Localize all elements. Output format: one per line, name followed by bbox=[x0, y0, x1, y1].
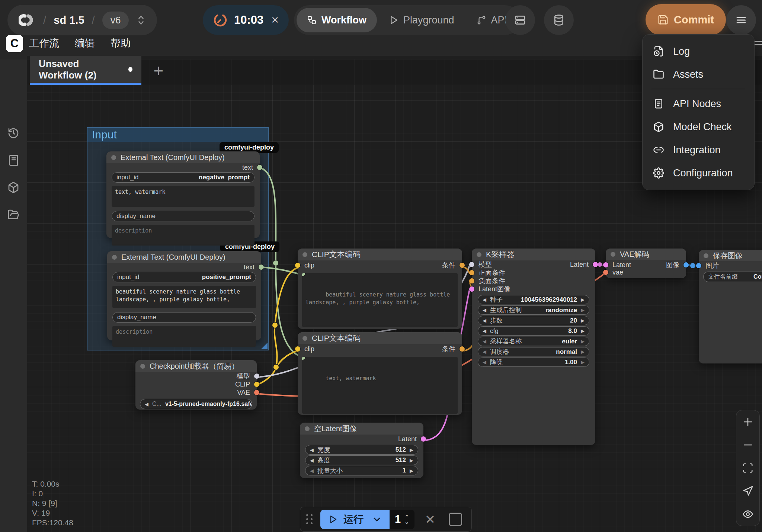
collapse-dot[interactable] bbox=[302, 336, 307, 341]
zoom-in-icon[interactable] bbox=[742, 416, 753, 427]
next-arrow-icon[interactable]: ▶ bbox=[410, 458, 413, 463]
model-library-icon[interactable] bbox=[7, 182, 19, 193]
timer-close-icon[interactable]: ✕ bbox=[271, 15, 279, 26]
output-slot-latent[interactable] bbox=[421, 436, 426, 442]
pan-mode-icon[interactable] bbox=[742, 485, 753, 497]
zoom-out-icon[interactable] bbox=[742, 439, 753, 451]
node-external-text-positive[interactable]: External Text (ComfyUI Deploy) text inpu… bbox=[107, 251, 261, 340]
widget-batch-size[interactable]: ◀批量大小1▶ bbox=[305, 466, 418, 475]
run-count-stepper[interactable]: 1 ⌃⌃ bbox=[390, 510, 414, 529]
prev-arrow-icon[interactable]: ◀ bbox=[310, 458, 314, 463]
comfyui-logo[interactable]: C bbox=[6, 35, 23, 52]
text-field[interactable]: beautiful scenery nature glass bottle la… bbox=[112, 286, 256, 308]
version-select-icon[interactable] bbox=[136, 15, 146, 26]
collapse-dot[interactable] bbox=[704, 253, 708, 258]
chevron-down-icon[interactable] bbox=[372, 515, 381, 524]
text-anchor-dot[interactable] bbox=[302, 273, 305, 276]
input-slot-clip[interactable] bbox=[295, 263, 300, 268]
next-arrow-icon[interactable]: ▶ bbox=[581, 349, 585, 355]
menu-item-integration[interactable]: Integration bbox=[643, 138, 754, 161]
prev-arrow-icon[interactable]: ◀ bbox=[483, 297, 486, 302]
input-slot-latent-image[interactable] bbox=[469, 286, 474, 292]
workflows-folder-icon[interactable] bbox=[7, 209, 19, 221]
prev-arrow-icon[interactable]: ◀ bbox=[145, 401, 148, 407]
node-vae-decode[interactable]: VAE解码 Latent 图像 vae bbox=[606, 249, 686, 278]
output-slot-text[interactable] bbox=[259, 265, 264, 270]
prompt-text-field[interactable]: beautiful scenery nature glass bottle la… bbox=[302, 273, 458, 327]
visibility-icon[interactable] bbox=[742, 509, 753, 520]
prev-arrow-icon[interactable]: ◀ bbox=[483, 328, 486, 334]
node-clip-encode-negative[interactable]: CLIP文本编码 clip 条件 text, watermark bbox=[298, 332, 462, 415]
prev-arrow-icon[interactable]: ◀ bbox=[483, 349, 486, 355]
next-arrow-icon[interactable]: ▶ bbox=[410, 468, 413, 474]
widget-display-name[interactable]: display_name bbox=[112, 211, 254, 221]
commit-button[interactable]: Commit bbox=[646, 4, 726, 35]
node-empty-latent[interactable]: 空Latent图像 Latent ◀宽度512▶ ◀高度512▶ ◀批量大小1▶ bbox=[300, 423, 423, 478]
collapse-dot[interactable] bbox=[112, 255, 117, 260]
output-slot-model[interactable] bbox=[254, 374, 259, 379]
drag-handle[interactable] bbox=[306, 514, 313, 524]
tab-playground[interactable]: Playground bbox=[378, 8, 465, 32]
tab-workflow[interactable]: Workflow bbox=[297, 8, 377, 32]
widget-scheduler[interactable]: ◀调度器normal▶ bbox=[478, 347, 589, 356]
widget-display-name[interactable]: display_name bbox=[112, 312, 256, 323]
input-slot-latent[interactable] bbox=[603, 262, 608, 267]
menu-workflow[interactable]: 工作流 bbox=[29, 36, 59, 50]
node-external-text-negative[interactable]: External Text (ComfyUI Deploy) text inpu… bbox=[106, 151, 260, 238]
collapse-dot[interactable] bbox=[140, 364, 145, 369]
text-anchor-dot[interactable] bbox=[302, 357, 305, 360]
next-arrow-icon[interactable]: ▶ bbox=[581, 339, 585, 344]
prev-arrow-icon[interactable]: ◀ bbox=[310, 468, 314, 474]
input-slot-positive[interactable] bbox=[469, 270, 474, 275]
input-slot-vae[interactable] bbox=[603, 270, 608, 275]
new-workflow-tab-button[interactable]: + bbox=[148, 60, 169, 81]
node-clip-encode-positive[interactable]: CLIP文本编码 clip 条件 beautiful scenery natur… bbox=[298, 249, 462, 329]
clear-queue-button[interactable]: ✕ bbox=[425, 512, 436, 527]
input-slot-images[interactable] bbox=[696, 263, 701, 268]
output-slot-vae[interactable] bbox=[254, 390, 259, 395]
text-field[interactable]: text, watermark bbox=[112, 186, 254, 207]
widget-cfg[interactable]: ◀cfg8.0▶ bbox=[478, 326, 589, 336]
next-arrow-icon[interactable]: ▶ bbox=[581, 318, 585, 323]
prompt-text-field[interactable]: text, watermark bbox=[302, 357, 458, 414]
collapse-dot[interactable] bbox=[611, 252, 615, 257]
next-arrow-icon[interactable]: ▶ bbox=[581, 307, 585, 313]
menu-edit[interactable]: 编辑 bbox=[75, 36, 95, 50]
output-slot-clip[interactable] bbox=[254, 382, 259, 387]
prev-arrow-icon[interactable]: ◀ bbox=[483, 318, 486, 323]
widget-seed[interactable]: ◀种子1004563962940012▶ bbox=[478, 295, 589, 304]
session-timer-chip[interactable]: 10:03 ✕ bbox=[203, 5, 289, 35]
node-library-icon[interactable] bbox=[7, 154, 19, 166]
version-badge[interactable]: v6 bbox=[102, 12, 129, 29]
fit-view-icon[interactable] bbox=[742, 462, 753, 474]
node-save-image[interactable]: 保存图像 图片 文件名前缀 Comf bbox=[699, 250, 762, 363]
output-slot-conditioning[interactable] bbox=[460, 346, 465, 352]
collapse-dot[interactable] bbox=[305, 426, 310, 431]
output-slot-image[interactable] bbox=[683, 262, 689, 267]
widget-control-after-generate[interactable]: ◀生成后控制randomize▶ bbox=[478, 305, 589, 315]
prev-arrow-icon[interactable]: ◀ bbox=[310, 447, 314, 453]
output-slot-latent[interactable] bbox=[593, 262, 598, 267]
group-resize-handle[interactable] bbox=[261, 343, 268, 349]
widget-height[interactable]: ◀高度512▶ bbox=[305, 455, 418, 465]
description-field[interactable]: description bbox=[112, 326, 256, 347]
widget-input-id[interactable]: input_id negative_prompt bbox=[112, 172, 254, 183]
output-slot-conditioning[interactable] bbox=[460, 263, 465, 268]
input-slot-negative[interactable] bbox=[469, 278, 474, 283]
node-checkpoint-loader[interactable]: Checkpoint加载器（简易） 模型 CLIP VAE ◀ C... v1-… bbox=[135, 360, 257, 410]
prev-arrow-icon[interactable]: ◀ bbox=[483, 339, 486, 344]
widget-steps[interactable]: ◀步数20▶ bbox=[478, 316, 589, 325]
next-arrow-icon[interactable]: ▶ bbox=[581, 328, 585, 334]
menu-help[interactable]: 帮助 bbox=[111, 36, 131, 50]
storage-button[interactable] bbox=[544, 5, 574, 35]
menu-item-configuration[interactable]: Configuration bbox=[643, 161, 754, 185]
menu-item-assets[interactable]: Assets bbox=[643, 63, 754, 86]
menu-item-model-check[interactable]: Model Check bbox=[643, 115, 754, 138]
widget-denoise[interactable]: ◀降噪1.00▶ bbox=[478, 358, 589, 367]
collapse-dot[interactable] bbox=[111, 155, 116, 160]
workflow-breadcrumb[interactable]: / sd 1.5 / v6 bbox=[7, 5, 157, 35]
workflow-name[interactable]: sd 1.5 bbox=[54, 14, 84, 26]
menu-item-log[interactable]: Log bbox=[643, 40, 754, 63]
prev-arrow-icon[interactable]: ◀ bbox=[483, 307, 486, 313]
widget-ckpt-name[interactable]: ◀ C... v1-5-pruned-emaonly-fp16.safetens… bbox=[140, 399, 252, 409]
